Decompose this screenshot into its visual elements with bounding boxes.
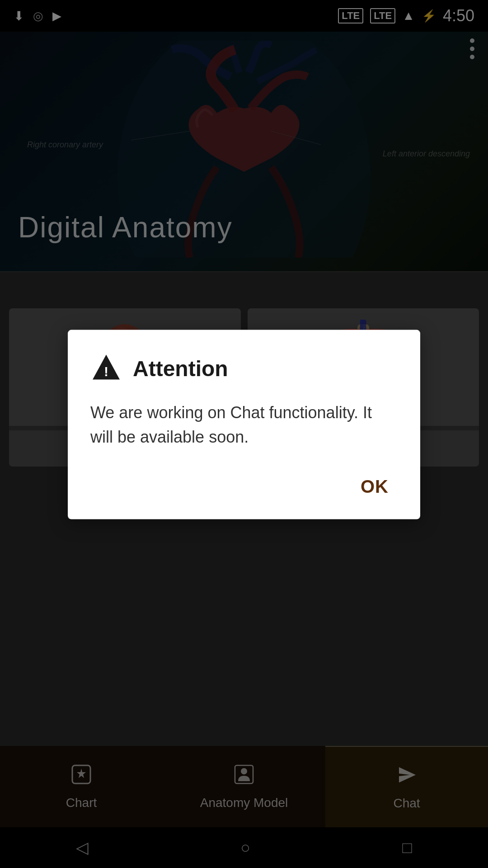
dialog-actions: OK: [90, 472, 398, 501]
dialog-message: We are working on Chat functionality. It…: [90, 401, 398, 449]
dialog-ok-button[interactable]: OK: [352, 472, 398, 501]
warning-icon: !: [90, 353, 122, 384]
attention-dialog: ! Attention We are working on Chat funct…: [68, 330, 420, 519]
dialog-header: ! Attention: [90, 353, 398, 384]
svg-text:!: !: [104, 364, 108, 379]
dialog-title: Attention: [133, 356, 228, 381]
